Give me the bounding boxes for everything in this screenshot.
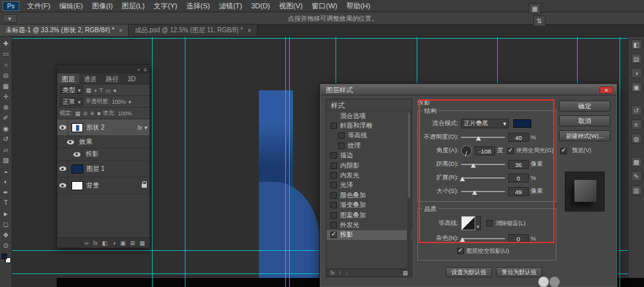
style-checkbox[interactable] xyxy=(330,202,337,208)
style-item-texture[interactable]: 纹理 xyxy=(327,141,412,150)
layer-row-dropshadow[interactable]: 投影 xyxy=(57,148,149,161)
blur-tool[interactable]: ◒ xyxy=(1,166,11,175)
menu-select[interactable]: 选择(S) xyxy=(182,0,214,12)
collapse-panel-icon[interactable]: « xyxy=(137,66,140,73)
reset-default-button[interactable]: 复位为默认值 xyxy=(496,267,542,277)
menu-3d[interactable]: 3D(D) xyxy=(247,0,274,12)
menu-filter[interactable]: 滤镜(T) xyxy=(214,0,247,12)
layer-row-shape2[interactable]: 形状 2 fx ▾ xyxy=(57,119,149,136)
channels-panel-icon[interactable]: ▩ xyxy=(631,157,642,167)
menu-edit[interactable]: 编辑(E) xyxy=(55,0,88,12)
zoom-tool[interactable]: ⊙ xyxy=(1,241,11,250)
shadow-blend-mode-dropdown[interactable]: 正片叠底 ▾ xyxy=(461,119,509,128)
dialog-close-button[interactable]: × xyxy=(600,86,613,94)
styles-panel-icon[interactable]: ▣ xyxy=(631,82,642,92)
adjustment-filter-icon[interactable]: ◑ xyxy=(93,87,97,94)
style-checkbox[interactable] xyxy=(330,212,337,219)
distance-slider[interactable] xyxy=(461,161,505,168)
style-item-satin[interactable]: 光泽 xyxy=(327,181,412,190)
knockout-checkbox[interactable]: ✓ xyxy=(457,248,464,254)
style-item-gradient-overlay[interactable]: 渐变叠加 xyxy=(327,201,412,210)
tab-layers[interactable]: 图层 xyxy=(57,74,79,84)
noise-slider[interactable] xyxy=(461,235,505,242)
spread-slider[interactable] xyxy=(461,174,505,182)
clone-stamp-tool[interactable]: ◉ xyxy=(1,124,11,133)
fill-value[interactable]: 100% xyxy=(118,110,132,117)
pixel-filter-icon[interactable]: ▦ xyxy=(86,87,91,94)
style-checkbox[interactable] xyxy=(338,132,345,139)
antialias-checkbox[interactable] xyxy=(486,220,493,226)
new-layer-icon[interactable]: ⊞ xyxy=(130,240,135,246)
layer-thumbnail[interactable] xyxy=(71,123,83,132)
foreground-color-swatch[interactable] xyxy=(1,253,7,259)
paths-panel-icon[interactable]: ✎ xyxy=(631,171,642,181)
visibility-eye-icon[interactable] xyxy=(67,140,74,144)
layer-row-effects[interactable]: 效果 xyxy=(57,136,149,148)
history-panel-icon[interactable]: ↺ xyxy=(631,105,642,115)
lock-pixels-icon[interactable]: ⊘ xyxy=(82,110,87,117)
spread-input[interactable]: 0 xyxy=(508,173,529,183)
lock-all-icon[interactable]: ■ xyxy=(97,110,100,117)
shape-filter-icon[interactable]: ▭ xyxy=(106,87,111,94)
properties-panel-icon[interactable]: ≡ xyxy=(631,119,642,130)
swatches-panel-icon[interactable]: ▤ xyxy=(631,54,642,64)
close-tab-icon[interactable]: × xyxy=(247,27,251,34)
angle-input[interactable]: -108 xyxy=(475,146,495,155)
shape-tool[interactable]: ◻ xyxy=(1,220,11,229)
contour-picker[interactable] xyxy=(461,216,475,230)
size-input[interactable]: 49 xyxy=(508,187,529,196)
distance-input[interactable]: 36 xyxy=(508,160,529,169)
layer-thumbnail[interactable] xyxy=(71,181,83,190)
pen-tool[interactable]: ✒ xyxy=(1,188,11,197)
smart-object-filter-icon[interactable]: ● xyxy=(113,87,117,94)
fx-badge[interactable]: fx xyxy=(137,124,142,131)
move-effect-up-icon[interactable]: ↑ xyxy=(339,270,341,276)
set-default-button[interactable]: 设置为默认值 xyxy=(446,267,492,277)
global-light-checkbox[interactable]: ✓ xyxy=(507,148,514,154)
ok-button[interactable]: 确定 xyxy=(559,101,611,112)
style-item-stroke[interactable]: 描边 xyxy=(327,151,412,161)
style-item-color-overlay[interactable]: 颜色叠加 xyxy=(327,190,412,200)
tool-preset-icon[interactable]: ▾ xyxy=(3,14,17,23)
style-checkbox[interactable] xyxy=(330,152,337,159)
move-tool[interactable]: ✚ xyxy=(1,39,11,48)
marquee-tool[interactable]: ▭ xyxy=(1,50,11,59)
style-checkbox[interactable]: ✓ xyxy=(330,232,337,238)
color-swatches[interactable] xyxy=(1,253,11,263)
style-checkbox[interactable] xyxy=(330,182,337,188)
dodge-tool[interactable]: ◐ xyxy=(1,177,11,186)
filter-type-dropdown[interactable]: 类型 ▾ xyxy=(60,86,83,94)
style-item-pattern-overlay[interactable]: 图案叠加 xyxy=(327,210,412,220)
style-checkbox[interactable] xyxy=(330,172,337,179)
shadow-color-swatch[interactable] xyxy=(513,119,531,128)
new-style-button[interactable]: 新建样式(W)... xyxy=(559,130,611,141)
lasso-tool[interactable]: ○ xyxy=(1,60,11,69)
lock-transparency-icon[interactable]: ▦ xyxy=(75,110,80,117)
layer-mask-icon[interactable]: ◧ xyxy=(102,240,108,246)
add-effect-icon[interactable]: fx xyxy=(330,270,335,276)
tab-channels[interactable]: 通道 xyxy=(79,74,101,84)
styles-scrollbar[interactable] xyxy=(407,112,411,268)
style-item-inner-glow[interactable]: 内发光 xyxy=(327,170,412,180)
brush-tool[interactable]: ✐ xyxy=(1,114,11,123)
path-selection-tool[interactable]: ► xyxy=(1,209,11,218)
menu-layer[interactable]: 图层(L) xyxy=(117,0,149,12)
menu-image[interactable]: 图像(I) xyxy=(88,0,117,12)
eraser-tool[interactable]: ▱ xyxy=(1,145,11,154)
style-item-drop-shadow[interactable]: ✓投影 xyxy=(327,230,412,240)
eyedropper-tool[interactable]: ✛ xyxy=(1,92,11,101)
style-checkbox[interactable] xyxy=(338,143,345,149)
tab-paths[interactable]: 路径 xyxy=(101,74,123,84)
delete-effect-icon[interactable]: ▦ xyxy=(402,270,408,276)
layer-style-icon[interactable]: fx xyxy=(93,240,97,246)
lock-position-icon[interactable]: ✛ xyxy=(90,110,95,117)
opacity-input[interactable]: 40 xyxy=(508,133,529,142)
actions-panel-icon[interactable]: ▥ xyxy=(631,185,642,195)
opacity-slider[interactable] xyxy=(461,134,505,141)
gradient-tool[interactable]: ▨ xyxy=(1,156,11,165)
style-item-outer-glow[interactable]: 外发光 xyxy=(327,220,412,230)
collapse-effects-icon[interactable]: ▾ xyxy=(144,124,147,131)
type-filter-icon[interactable]: T xyxy=(99,87,102,94)
visibility-eye-icon[interactable] xyxy=(59,166,66,171)
info-panel-icon[interactable]: ◍ xyxy=(631,134,642,144)
